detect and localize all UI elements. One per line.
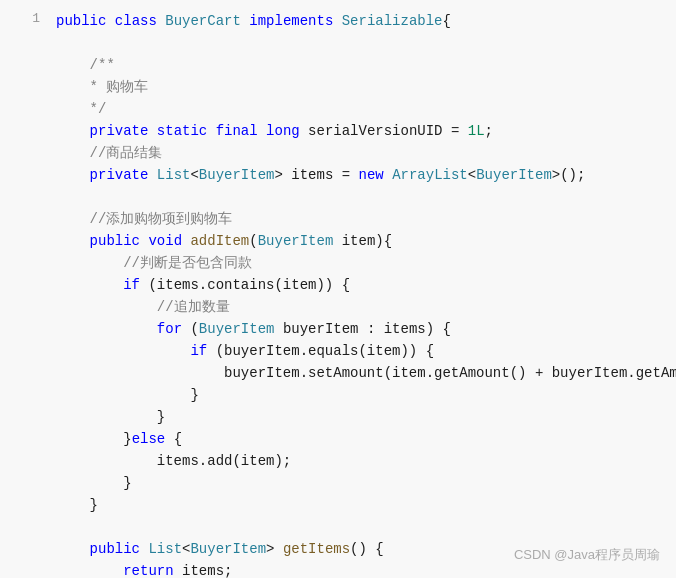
line-content: * 购物车 (56, 76, 664, 98)
line-content: //商品结集 (56, 142, 664, 164)
line-number (12, 516, 40, 517)
line-number (12, 494, 40, 495)
line-number (12, 76, 40, 77)
line-content: public class BuyerCart implements Serial… (56, 10, 664, 32)
line-content: for (BuyerItem buyerItem : items) { (56, 318, 664, 340)
line-number (12, 340, 40, 341)
code-line: private static final long serialVersionU… (0, 120, 676, 142)
code-line: } (0, 472, 676, 494)
code-line: * 购物车 (0, 76, 676, 98)
line-number: 1 (12, 10, 40, 26)
code-line: }else { (0, 428, 676, 450)
line-number (12, 164, 40, 165)
code-line: 1public class BuyerCart implements Seria… (0, 10, 676, 32)
line-number (12, 120, 40, 121)
code-line: buyerItem.setAmount(item.getAmount() + b… (0, 362, 676, 384)
line-number (12, 32, 40, 33)
code-line: public void addItem(BuyerItem item){ (0, 230, 676, 252)
code-line: items.add(item); (0, 450, 676, 472)
line-content: } (56, 472, 664, 494)
line-content: private static final long serialVersionU… (56, 120, 664, 142)
code-line: private List<BuyerItem> items = new Arra… (0, 164, 676, 186)
line-number (12, 296, 40, 297)
line-number (12, 384, 40, 385)
line-number (12, 560, 40, 561)
line-content: } (56, 406, 664, 428)
line-content: } (56, 384, 664, 406)
code-line: } (0, 406, 676, 428)
line-number (12, 318, 40, 319)
line-number (12, 252, 40, 253)
line-content: buyerItem.setAmount(item.getAmount() + b… (56, 362, 676, 384)
code-line (0, 516, 676, 538)
code-line: for (BuyerItem buyerItem : items) { (0, 318, 676, 340)
code-line: //追加数量 (0, 296, 676, 318)
watermark-label: CSDN @Java程序员周瑜 (514, 546, 660, 564)
code-line: if (items.contains(item)) { (0, 274, 676, 296)
line-number (12, 472, 40, 473)
line-content: } (56, 494, 664, 516)
line-content: public void addItem(BuyerItem item){ (56, 230, 664, 252)
code-line (0, 32, 676, 54)
line-content: items.add(item); (56, 450, 664, 472)
line-content: */ (56, 98, 664, 120)
code-block: 1public class BuyerCart implements Seria… (0, 0, 676, 578)
code-line: if (buyerItem.equals(item)) { (0, 340, 676, 362)
line-content: private List<BuyerItem> items = new Arra… (56, 164, 664, 186)
line-content: //判断是否包含同款 (56, 252, 664, 274)
line-content: if (items.contains(item)) { (56, 274, 664, 296)
line-number (12, 274, 40, 275)
line-number (12, 362, 40, 363)
line-number (12, 142, 40, 143)
line-content: }else { (56, 428, 664, 450)
code-line: */ (0, 98, 676, 120)
line-number (12, 450, 40, 451)
code-line: //添加购物项到购物车 (0, 208, 676, 230)
code-line: } (0, 384, 676, 406)
code-line (0, 186, 676, 208)
line-content: //追加数量 (56, 296, 664, 318)
line-content: /** (56, 54, 664, 76)
line-content: //添加购物项到购物车 (56, 208, 664, 230)
line-number (12, 406, 40, 407)
code-line: //判断是否包含同款 (0, 252, 676, 274)
line-number (12, 98, 40, 99)
line-number (12, 54, 40, 55)
code-line: //商品结集 (0, 142, 676, 164)
code-line: /** (0, 54, 676, 76)
code-line: } (0, 494, 676, 516)
line-number (12, 428, 40, 429)
line-number (12, 230, 40, 231)
line-content: if (buyerItem.equals(item)) { (56, 340, 664, 362)
line-number (12, 186, 40, 187)
line-number (12, 538, 40, 539)
line-number (12, 208, 40, 209)
